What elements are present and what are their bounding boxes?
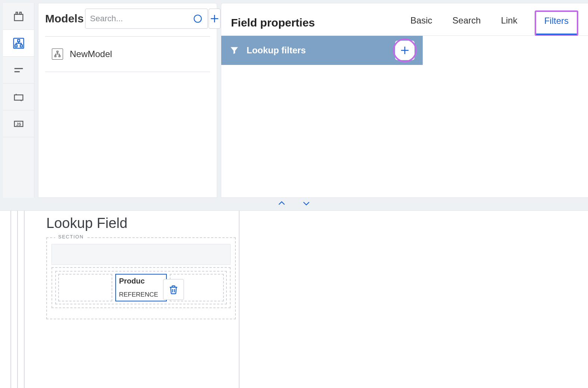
chevron-up-icon[interactable] <box>277 198 287 208</box>
svg-rect-9 <box>14 95 23 100</box>
rail-components-button[interactable] <box>3 3 34 30</box>
field-product-chip[interactable]: Produc REFERENCE <box>115 274 167 301</box>
add-model-button[interactable] <box>209 9 220 29</box>
svg-rect-4 <box>18 40 20 42</box>
trash-icon <box>168 284 179 295</box>
search-clear-icon[interactable] <box>193 13 203 24</box>
svg-rect-5 <box>15 45 17 47</box>
svg-rect-6 <box>20 45 22 47</box>
svg-rect-15 <box>57 51 58 53</box>
tab-link[interactable]: Link <box>498 10 520 35</box>
section-label: SECTION <box>55 234 87 240</box>
field-row[interactable]: Produc REFERENCE <box>55 271 227 304</box>
rail-menu-button[interactable] <box>3 57 34 84</box>
svg-rect-2 <box>19 12 21 14</box>
field-properties-panel: Field properties Basic Search Link Filte… <box>221 3 588 198</box>
chevron-down-icon[interactable] <box>301 198 311 208</box>
models-search-box[interactable] <box>85 9 208 29</box>
field-properties-title: Field properties <box>231 16 315 29</box>
add-lookup-filter-button[interactable] <box>395 41 415 60</box>
rail-interaction-button[interactable] <box>3 84 34 110</box>
svg-point-12 <box>194 15 202 22</box>
tab-filters[interactable]: Filters <box>535 10 578 36</box>
search-input[interactable] <box>90 14 193 24</box>
rail-js-button[interactable]: JS <box>3 110 34 137</box>
field-slot[interactable] <box>58 274 112 301</box>
model-name-label: NewModel <box>70 49 112 59</box>
model-row[interactable]: NewModel <box>45 46 210 72</box>
section-container[interactable]: SECTION Produc REFERENCE <box>46 237 236 319</box>
field-chip-type: REFERENCE <box>119 291 163 298</box>
models-title: Models <box>45 12 84 25</box>
svg-rect-17 <box>59 56 60 57</box>
svg-rect-16 <box>55 56 56 57</box>
tab-basic[interactable]: Basic <box>407 10 435 35</box>
section-header-placeholder[interactable] <box>51 244 231 265</box>
left-icon-rail: JS <box>3 3 34 198</box>
models-panel: Models <box>38 3 217 198</box>
svg-rect-1 <box>16 12 17 14</box>
rail-models-button[interactable] <box>3 30 34 57</box>
svg-rect-0 <box>14 14 23 21</box>
lookup-filters-label: Lookup filters <box>247 45 306 56</box>
model-icon <box>52 48 63 60</box>
svg-text:JS: JS <box>16 122 21 126</box>
panel-collapse-controls <box>0 198 588 209</box>
page-title: Lookup Field <box>46 215 236 231</box>
field-chip-label: Produc <box>119 277 163 285</box>
funnel-icon <box>229 46 239 55</box>
lookup-filters-bar: Lookup filters <box>221 36 423 65</box>
delete-field-button[interactable] <box>163 279 184 300</box>
tab-search[interactable]: Search <box>450 10 484 35</box>
design-canvas: Lookup Field SECTION Produc REFERENCE <box>0 210 588 388</box>
